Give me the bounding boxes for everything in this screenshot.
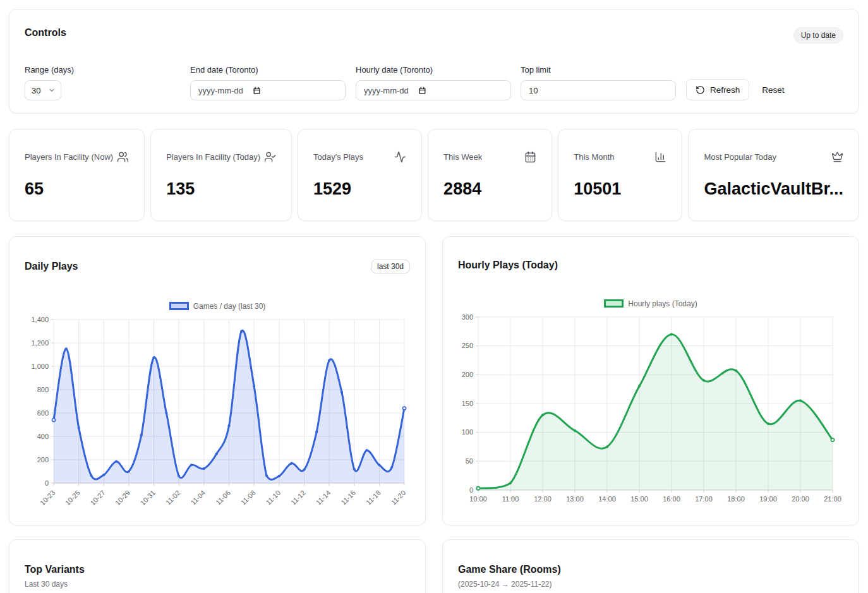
game-share-card: Game Share (Rooms) (2025-10-24 → 2025-11…	[442, 539, 859, 593]
svg-text:200: 200	[462, 371, 473, 378]
end-date-input[interactable]	[198, 86, 251, 95]
stat-card: This Week2884	[428, 129, 552, 221]
svg-text:10:00: 10:00	[469, 495, 487, 503]
stat-value: 1529	[313, 179, 406, 199]
hourly-date-label: Hourly date (Toronto)	[356, 65, 521, 75]
daily-range-badge: last 30d	[371, 260, 410, 273]
stat-label: Players In Facility (Today)	[166, 152, 260, 162]
svg-text:11-04: 11-04	[189, 489, 207, 506]
stat-value: 10501	[574, 179, 666, 199]
chevron-down-icon	[48, 87, 56, 94]
hourly-date-field-group: Hourly date (Toronto)	[356, 65, 521, 100]
stat-card: Players In Facility (Now)65	[9, 129, 145, 221]
stat-card-header: Players In Facility (Today)	[166, 151, 276, 163]
refresh-icon	[696, 85, 705, 95]
stat-card: Players In Facility (Today)135	[150, 129, 292, 221]
calendar-picker-icon[interactable]	[418, 87, 426, 95]
hourly-legend: Hourly plays (Today)	[443, 299, 859, 308]
range-select[interactable]: 30	[25, 80, 61, 100]
svg-text:10-29: 10-29	[114, 489, 131, 506]
svg-text:17:00: 17:00	[695, 495, 713, 503]
hourly-legend-label: Hourly plays (Today)	[628, 299, 697, 308]
range-label: Range (days)	[25, 65, 190, 75]
status-badge: Up to date	[793, 27, 843, 44]
svg-text:15:00: 15:00	[630, 495, 648, 503]
svg-text:0: 0	[469, 486, 473, 494]
daily-plays-title: Daily Plays	[25, 261, 78, 272]
svg-text:100: 100	[462, 428, 473, 436]
svg-text:10-25: 10-25	[64, 489, 81, 506]
svg-text:11-20: 11-20	[390, 489, 407, 506]
svg-text:11-12: 11-12	[289, 489, 307, 506]
svg-text:1,000: 1,000	[31, 362, 49, 370]
dashboard-page: Controls Up to date Range (days) 30 End …	[0, 0, 868, 593]
refresh-button[interactable]: Refresh	[686, 79, 749, 100]
svg-text:10-23: 10-23	[39, 489, 56, 506]
reset-button[interactable]: Reset	[753, 79, 793, 100]
svg-text:11-06: 11-06	[214, 489, 232, 506]
controls-row: Range (days) 30 End date (Toronto) Hourl…	[25, 65, 843, 100]
top-limit-field-group: Top limit	[521, 65, 676, 100]
svg-text:50: 50	[466, 457, 473, 465]
stat-card-header: This Month	[574, 151, 666, 163]
stat-card-header: Most Popular Today	[704, 151, 843, 163]
svg-text:10-27: 10-27	[88, 489, 106, 506]
game-share-title: Game Share (Rooms)	[458, 564, 843, 575]
stat-label: This Month	[574, 152, 614, 162]
daily-plays-chart: 02004006008001,0001,2001,40010-2310-2510…	[9, 316, 425, 525]
svg-text:1,400: 1,400	[31, 316, 49, 323]
top-limit-input[interactable]	[529, 86, 668, 95]
daily-plays-header: Daily Plays last 30d	[9, 237, 425, 273]
svg-text:13:00: 13:00	[566, 495, 584, 503]
calendar-icon	[524, 151, 536, 163]
stat-card: Most Popular TodayGalacticVaultBr...	[688, 129, 859, 221]
stat-label: This Week	[443, 152, 482, 162]
stat-value: 65	[25, 179, 129, 199]
top-limit-label: Top limit	[521, 65, 676, 75]
hourly-date-input[interactable]	[364, 86, 417, 95]
end-date-field-group: End date (Toronto)	[190, 65, 356, 100]
top-variants-subtitle: Last 30 days	[25, 580, 410, 589]
svg-text:11-02: 11-02	[164, 489, 182, 506]
svg-text:11-10: 11-10	[264, 489, 282, 506]
top-limit-input-box[interactable]	[521, 80, 676, 100]
svg-text:10-31: 10-31	[139, 489, 157, 506]
stat-value: 2884	[443, 179, 536, 199]
daily-legend-swatch	[169, 302, 189, 310]
stat-card-header: This Week	[443, 151, 536, 163]
end-date-label: End date (Toronto)	[190, 65, 356, 75]
stat-label: Players In Facility (Now)	[25, 152, 113, 162]
hourly-legend-swatch	[604, 299, 624, 308]
svg-text:600: 600	[37, 409, 49, 417]
controls-header: Controls Up to date	[25, 27, 843, 44]
crown-icon	[831, 151, 843, 163]
svg-text:200: 200	[37, 456, 49, 464]
hourly-plays-chart: 05010015020025030010:0011:0012:0013:0014…	[443, 313, 859, 525]
top-variants-card: Top Variants Last 30 days	[9, 539, 426, 593]
hourly-date-input-box[interactable]	[356, 80, 511, 100]
svg-text:11-08: 11-08	[239, 489, 257, 506]
hourly-plays-card: Hourly Plays (Today) Hourly plays (Today…	[442, 236, 859, 525]
svg-text:16:00: 16:00	[663, 495, 680, 503]
svg-text:12:00: 12:00	[534, 495, 552, 503]
reset-button-label: Reset	[762, 85, 784, 95]
game-share-subtitle: (2025-10-24 → 2025-11-22)	[458, 580, 843, 589]
end-date-input-box[interactable]	[190, 80, 346, 100]
svg-text:1,200: 1,200	[31, 339, 49, 347]
svg-text:18:00: 18:00	[727, 495, 745, 503]
users-icon	[117, 151, 129, 163]
top-variants-title: Top Variants	[25, 564, 410, 575]
bottom-row: Top Variants Last 30 days Game Share (Ro…	[9, 539, 859, 593]
controls-title: Controls	[25, 27, 66, 39]
stat-label: Today's Plays	[313, 152, 363, 162]
svg-text:800: 800	[37, 386, 49, 393]
svg-text:300: 300	[462, 313, 473, 321]
calendar-picker-icon[interactable]	[253, 87, 261, 95]
stat-card-header: Players In Facility (Now)	[25, 151, 129, 163]
activity-icon	[394, 151, 406, 163]
range-select-value: 30	[32, 86, 40, 95]
stat-card: Today's Plays1529	[298, 129, 422, 221]
stat-card: This Month10501	[558, 129, 682, 221]
svg-text:400: 400	[37, 433, 49, 440]
stats-row: Players In Facility (Now)65Players In Fa…	[9, 129, 859, 221]
